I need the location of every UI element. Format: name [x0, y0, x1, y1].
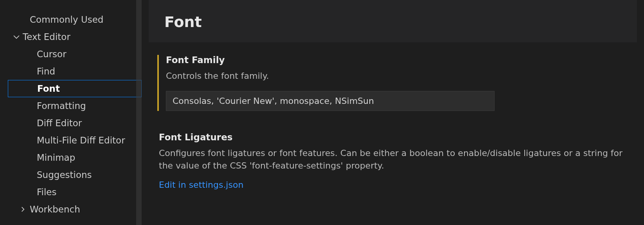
toc-label: Files [37, 187, 56, 197]
toc-label: Minimap [37, 152, 75, 163]
toc-label: Multi-File Diff Editor [37, 135, 125, 145]
setting-font-family: Font Family Controls the font family. [157, 55, 625, 111]
font-family-input[interactable] [166, 91, 495, 111]
settings-content: Font Font Family Controls the font famil… [142, 0, 644, 225]
edit-in-settings-json-link[interactable]: Edit in settings.json [159, 180, 243, 190]
toc-formatting[interactable]: Formatting [0, 97, 142, 114]
chevron-down-icon [1, 33, 23, 41]
toc-commonly-used[interactable]: Commonly Used [0, 11, 142, 28]
toc-label: Text Editor [23, 32, 70, 42]
setting-description: Controls the font family. [166, 70, 625, 82]
section-title: Font [164, 13, 621, 31]
section-header: Font [149, 0, 637, 42]
toc-cursor[interactable]: Cursor [0, 45, 142, 63]
toc-multi-file-diff-editor[interactable]: Multi-File Diff Editor [0, 132, 142, 149]
toc-label: Diff Editor [37, 118, 82, 128]
setting-font-ligatures: Font Ligatures Configures font ligatures… [159, 132, 625, 190]
toc-label: Cursor [37, 49, 67, 59]
toc-suggestions[interactable]: Suggestions [0, 166, 142, 183]
toc-text-editor[interactable]: Text Editor [0, 28, 142, 45]
toc-find[interactable]: Find [0, 63, 142, 80]
toc-label: Font [37, 83, 60, 94]
setting-description: Configures font ligatures or font featur… [159, 147, 625, 172]
toc-label: Find [37, 66, 55, 76]
toc-label: Suggestions [37, 170, 92, 180]
setting-title: Font Family [166, 55, 625, 65]
toc-label: Commonly Used [30, 15, 103, 25]
settings-toc: Commonly Used Text Editor Cursor Find Fo… [0, 0, 142, 225]
toc-label: Workbench [30, 204, 80, 214]
toc-workbench[interactable]: Workbench [0, 201, 142, 218]
toc-files[interactable]: Files [0, 183, 142, 201]
chevron-right-icon [8, 205, 30, 213]
sidebar-scrollbar[interactable] [136, 0, 142, 225]
toc-label: Formatting [37, 101, 86, 111]
toc-diff-editor[interactable]: Diff Editor [0, 114, 142, 132]
toc-font[interactable]: Font [8, 80, 142, 97]
setting-title: Font Ligatures [159, 132, 625, 142]
toc-minimap[interactable]: Minimap [0, 149, 142, 166]
